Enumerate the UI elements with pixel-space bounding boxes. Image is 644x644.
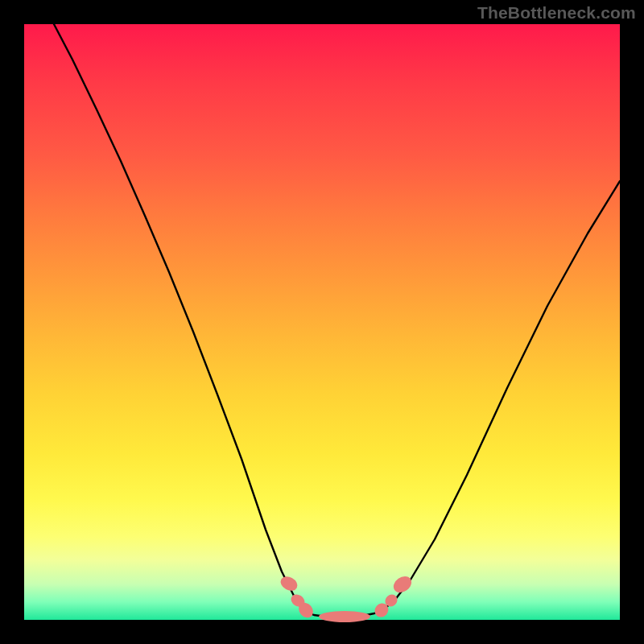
curve-path [54, 24, 620, 617]
marker-group [279, 573, 415, 622]
chart-frame: TheBottleneck.com [0, 0, 644, 644]
curve-marker [279, 574, 300, 593]
chart-svg [24, 24, 620, 620]
attribution-label: TheBottleneck.com [477, 3, 636, 23]
bottleneck-curve [54, 24, 620, 617]
chart-plot-area [24, 24, 620, 620]
curve-marker [319, 611, 370, 622]
curve-marker [390, 573, 415, 597]
